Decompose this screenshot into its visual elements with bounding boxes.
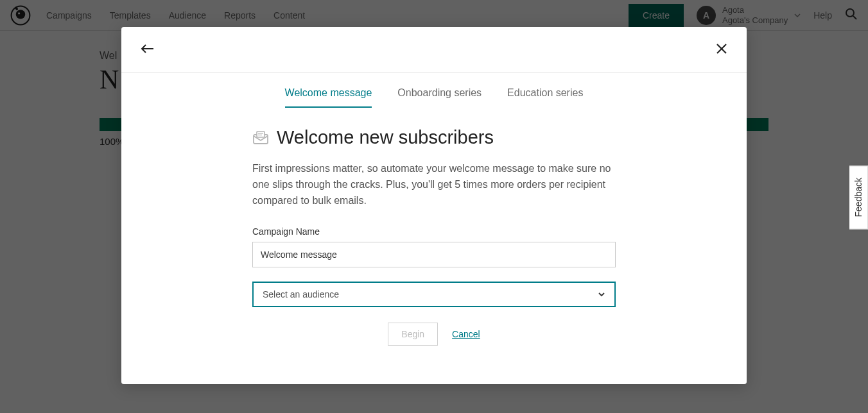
back-button[interactable] (141, 44, 155, 56)
modal-header (121, 27, 747, 73)
modal-title-row: Welcome new subscribers (252, 127, 616, 148)
modal-description: First impressions matter, so automate yo… (252, 161, 616, 208)
begin-button[interactable]: Begin (388, 323, 438, 346)
modal-actions: Begin Cancel (252, 323, 616, 346)
tab-welcome-message[interactable]: Welcome message (285, 87, 372, 108)
modal-tabs: Welcome message Onboarding series Educat… (121, 73, 747, 108)
feedback-tab[interactable]: Feedback (849, 165, 868, 229)
close-button[interactable] (716, 43, 727, 57)
modal: Welcome message Onboarding series Educat… (121, 27, 747, 384)
chevron-down-icon (598, 291, 605, 298)
modal-content: Welcome new subscribers First impression… (252, 127, 616, 346)
campaign-name-label: Campaign Name (252, 226, 616, 237)
cancel-link[interactable]: Cancel (452, 329, 480, 339)
campaign-name-input[interactable] (252, 242, 616, 267)
modal-body: Welcome new subscribers First impression… (121, 108, 747, 346)
tab-education-series[interactable]: Education series (507, 87, 583, 108)
arrow-left-icon (141, 44, 155, 54)
close-icon (716, 43, 727, 55)
mail-icon (252, 130, 269, 146)
audience-select[interactable]: Select an audience (252, 282, 616, 307)
svg-rect-9 (257, 131, 265, 137)
tab-onboarding-series[interactable]: Onboarding series (397, 87, 482, 108)
audience-select-placeholder: Select an audience (263, 289, 339, 299)
modal-heading: Welcome new subscribers (277, 127, 494, 148)
